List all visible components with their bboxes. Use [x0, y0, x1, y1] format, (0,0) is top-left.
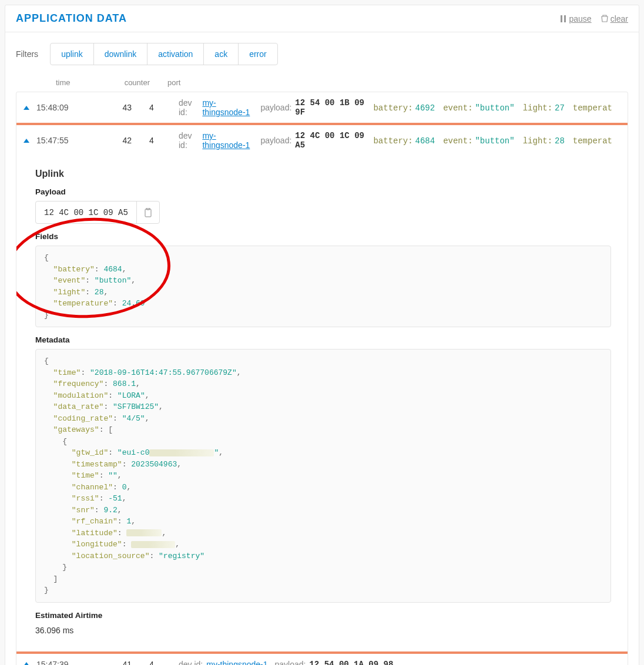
light-label: light:: [523, 136, 552, 146]
detail-fields-label: Fields: [35, 232, 611, 241]
temperature-label: temperat: [573, 103, 612, 113]
payload-value: 12 54 00 1A 09 98: [309, 660, 393, 665]
meta-frequency: 868.1: [113, 379, 136, 388]
detail-payload-label: Payload: [35, 187, 611, 196]
columns-header: time counter port: [16, 76, 628, 92]
pause-icon: [561, 15, 566, 22]
redacted: x: [149, 449, 214, 456]
fields-battery: 4684: [103, 265, 122, 274]
event-label: event:: [443, 136, 472, 146]
battery-value: 4684: [415, 136, 435, 146]
col-counter: counter: [103, 78, 150, 87]
detail-metadata-label: Metadata: [35, 335, 611, 344]
payload-value: 12 4C 00 1C 09 A5: [295, 131, 365, 150]
svg-rect-1: [564, 15, 566, 22]
filter-uplink[interactable]: uplink: [51, 43, 94, 65]
fields-event: button: [99, 276, 127, 285]
header-bar: APPLICATION DATA pause clear: [5, 5, 639, 32]
dev-id-label: dev id:: [179, 98, 199, 117]
row-time: 15:48:09: [36, 103, 85, 112]
light-label: light:: [523, 103, 552, 113]
caret-up-icon: [24, 106, 29, 110]
payload-value: 12 54 00 1B 09 9F: [295, 98, 365, 117]
battery-label: battery:: [373, 103, 412, 113]
meta-snr: 9.2: [103, 506, 117, 515]
caret-up-icon: [24, 662, 29, 665]
dev-id-link[interactable]: my-thingsnode-1: [202, 131, 253, 150]
clear-label: clear: [611, 14, 628, 23]
filter-error[interactable]: error: [239, 43, 277, 65]
copy-button[interactable]: [136, 201, 159, 223]
meta-time: 2018-09-16T14:47:55.967706679Z: [95, 368, 232, 377]
dev-id-link[interactable]: my-thingsnode-1: [202, 98, 253, 117]
data-row[interactable]: 15:48:09 43 4 dev id: my-thingsnode-1 pa…: [16, 92, 628, 125]
row-port: 4: [149, 660, 179, 665]
meta-timestamp: 2023504963: [131, 460, 177, 469]
dev-id-label: dev id:: [179, 660, 203, 665]
meta-channel: 0: [122, 483, 127, 492]
payload-label: payload:: [260, 136, 291, 145]
clear-button[interactable]: clear: [601, 14, 628, 23]
row-port: 4: [149, 103, 179, 112]
payload-box-value: 12 4C 00 1C 09 A5: [36, 202, 136, 223]
fields-temperature: 24.69: [122, 299, 145, 308]
light-value: 27: [555, 103, 565, 113]
payload-label: payload:: [275, 660, 306, 665]
event-value: "button": [475, 103, 514, 113]
detail-heading: Uplink: [35, 169, 611, 179]
payload-box: 12 4C 00 1C 09 A5: [35, 201, 160, 224]
redacted: x: [126, 529, 162, 536]
filter-downlink[interactable]: downlink: [94, 43, 147, 65]
filters-row: Filters uplink downlink activation ack e…: [16, 43, 628, 65]
airtime-label: Estimated Airtime: [35, 611, 611, 620]
filters-label: Filters: [16, 49, 38, 59]
clipboard-icon: [144, 208, 152, 217]
trash-icon: [601, 15, 608, 22]
meta-rssi: -51: [108, 494, 122, 503]
light-value: 28: [555, 136, 565, 146]
meta-location-source: registry: [163, 552, 200, 560]
data-row[interactable]: 15:47:39 41 4 dev id: my-thingsnode-1 pa…: [16, 654, 628, 665]
metadata-json: { "time": "2018-09-16T14:47:55.967706679…: [35, 349, 611, 603]
caret-up-icon: [24, 139, 29, 143]
meta-rf-chain: 1: [126, 517, 131, 526]
fields-light: 28: [95, 288, 104, 297]
event-label: event:: [443, 103, 472, 113]
meta-gtw-id: eui-c0: [122, 448, 150, 457]
temperature-label: temperat: [573, 136, 612, 146]
row-port: 4: [149, 136, 179, 145]
row-time: 15:47:55: [36, 136, 85, 145]
redacted: x: [131, 541, 175, 548]
dev-id-link[interactable]: my-thingsnode-1: [206, 660, 267, 665]
dev-id-label: dev id:: [179, 131, 199, 150]
meta-modulation: LORA: [122, 391, 140, 400]
svg-rect-0: [561, 15, 562, 22]
battery-label: battery:: [373, 136, 412, 146]
payload-label: payload:: [260, 103, 291, 112]
row-counter: 41: [85, 660, 132, 665]
pause-label: pause: [569, 14, 591, 23]
col-time: time: [56, 78, 103, 87]
data-row[interactable]: 15:47:55 42 4 dev id: my-thingsnode-1 pa…: [16, 125, 628, 156]
filter-activation[interactable]: activation: [147, 43, 204, 65]
filter-chips: uplink downlink activation ack error: [50, 43, 278, 65]
row-counter: 43: [85, 103, 132, 112]
svg-rect-2: [145, 209, 151, 217]
row-detail: Uplink Payload 12 4C 00 1C 09 A5 Fields …: [16, 156, 628, 654]
meta-coding-rate: 4/5: [126, 414, 140, 423]
event-value: "button": [475, 136, 514, 146]
filter-ack[interactable]: ack: [204, 43, 239, 65]
page-title: APPLICATION DATA: [16, 12, 127, 25]
fields-json: { "battery": 4684, "event": "button", "l…: [35, 246, 611, 327]
col-port: port: [167, 78, 191, 87]
row-time: 15:47:39: [36, 660, 85, 665]
row-counter: 42: [85, 136, 132, 145]
battery-value: 4692: [415, 103, 435, 113]
airtime-value: 36.096 ms: [35, 626, 611, 635]
meta-data-rate: SF7BW125: [118, 402, 154, 411]
pause-button[interactable]: pause: [561, 14, 591, 23]
